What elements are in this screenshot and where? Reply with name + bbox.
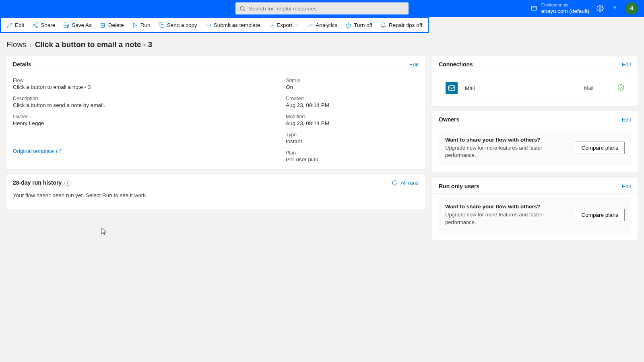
edit-icon [6,22,12,28]
breadcrumb-current: Click a button to email a note - 3 [35,40,152,49]
run-only-users-card: Run only users Edit Want to share your f… [432,178,638,239]
status-label: Status [286,78,419,83]
command-bar: Edit Share Save As Delete Run Send a cop… [0,17,429,33]
connections-edit-link[interactable]: Edit [622,62,631,68]
repair-tips-button[interactable]: Repair tips off [380,22,422,28]
svg-line-10 [35,24,36,25]
analytics-button[interactable]: Analytics [307,22,337,28]
environment-name: enayu.com (default) [541,8,589,14]
refresh-icon [392,180,398,186]
info-icon[interactable]: i [64,180,70,186]
power-icon [345,22,351,28]
run-history-card: 28-day run history i All runs Your flow … [6,175,425,210]
run-only-title: Run only users [439,183,479,189]
environment-picker[interactable]: Environments enayu.com (default) [530,2,589,14]
owners-edit-link[interactable]: Edit [622,117,631,123]
search-input[interactable] [249,6,405,12]
svg-point-0 [240,6,244,10]
connection-type: Mail [584,85,593,91]
connection-name: Mail [465,85,475,91]
details-title: Details [13,61,31,68]
turn-off-button[interactable]: Turn off [345,22,372,28]
original-template-link[interactable]: Original template [13,148,286,154]
created-value: Aug 23, 08:14 PM [286,102,419,108]
plan-label: Plan [286,150,419,156]
svg-point-19 [618,84,623,90]
svg-point-7 [36,23,38,24]
owner-value: Henry Legge [13,120,286,126]
created-label: Created [286,96,419,101]
svg-point-4 [599,8,601,10]
svg-marker-12 [133,23,137,27]
save-as-icon [63,22,69,28]
owner-label: Owner [13,114,286,119]
owners-card: Owners Edit Want to share your flow with… [432,111,638,173]
svg-point-6 [614,10,615,10]
run-only-promo-sub: Upgrade now for more features and faster… [445,211,568,226]
connections-card: Connections Edit Mail Mail [432,56,638,106]
user-avatar[interactable]: HL [625,2,638,14]
type-value: Instant [286,138,419,144]
type-label: Type [286,132,419,138]
analytics-icon [307,22,313,28]
edit-button[interactable]: Edit [6,22,24,28]
run-history-empty: Your flow hasn't been run yet. Select Ru… [6,191,425,210]
flow-value: Click a button to email a note - 3 [13,84,286,90]
modified-label: Modified [286,114,419,119]
external-link-icon [56,148,61,154]
run-only-edit-link[interactable]: Edit [622,183,631,189]
settings-icon[interactable] [597,5,604,12]
submit-template-button[interactable]: Submit as template [205,22,260,28]
connections-title: Connections [439,61,473,68]
description-label: Description [13,96,286,101]
details-edit-link[interactable]: Edit [409,62,419,68]
details-card: Details Edit FlowClick a button to email… [6,56,425,169]
send-copy-button[interactable]: Send a copy [159,22,197,28]
owners-promo-heading: Want to share your flow with others? [445,137,568,143]
share-icon [32,22,38,28]
plan-value: Per-user plan [286,156,419,162]
svg-rect-13 [161,24,164,27]
connection-row[interactable]: Mail Mail [439,77,631,99]
export-button[interactable]: Export [268,22,299,28]
app-header: Environments enayu.com (default) HL [0,0,644,17]
run-only-promo-heading: Want to share your flow with others? [445,204,568,210]
environment-label: Environments [541,2,589,8]
search-icon [239,6,246,12]
svg-point-8 [33,24,35,26]
help-icon[interactable] [611,5,618,12]
delete-icon [100,22,106,28]
run-history-title: 28-day run history [13,179,62,186]
run-icon [132,22,138,28]
svg-line-1 [244,10,245,11]
svg-rect-2 [531,6,537,10]
delete-button[interactable]: Delete [100,22,124,28]
all-runs-link[interactable]: All runs [392,180,419,186]
copy-icon [159,22,165,28]
chevron-down-icon [295,23,299,27]
run-button[interactable]: Run [132,22,151,28]
modified-value: Aug 23, 08:14 PM [286,120,419,126]
svg-line-11 [35,25,36,27]
search-box[interactable] [235,2,409,14]
status-value: On [286,84,419,90]
description-value: Click a button to send a note by email. [13,102,286,108]
svg-point-9 [36,26,38,28]
chevron-right-icon: › [30,41,32,48]
flow-label: Flow [13,78,286,83]
share-button[interactable]: Share [32,22,55,28]
submit-icon [205,22,211,28]
owners-title: Owners [439,116,459,123]
svg-rect-18 [449,86,455,90]
compare-plans-button[interactable]: Compare plans [575,209,625,221]
save-as-button[interactable]: Save As [63,22,92,28]
compare-plans-button[interactable]: Compare plans [575,142,625,154]
bell-icon [380,22,386,28]
breadcrumb-root[interactable]: Flows [6,40,27,49]
svg-line-17 [58,149,60,152]
mail-icon [446,82,458,94]
environment-icon [530,5,537,12]
owners-promo-sub: Upgrade now for more features and faster… [445,144,568,159]
export-icon [268,22,274,28]
breadcrumb: Flows › Click a button to email a note -… [0,33,644,53]
